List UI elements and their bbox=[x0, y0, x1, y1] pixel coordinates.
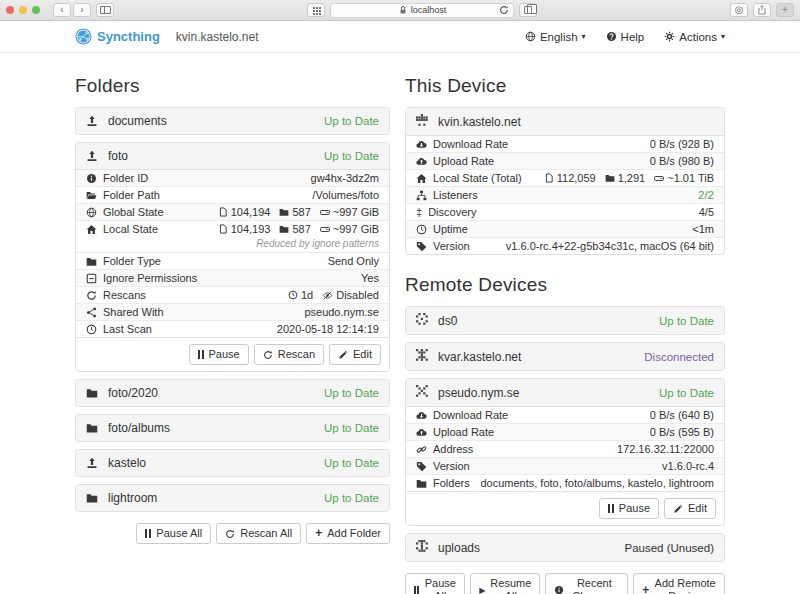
navbar-device-name: kvin.kastelo.net bbox=[176, 30, 259, 44]
share-button[interactable] bbox=[753, 3, 771, 17]
pause-all-folders-button[interactable]: Pause All bbox=[136, 523, 211, 544]
tab-overview-button[interactable] bbox=[519, 3, 537, 17]
status-badge: Up to Date bbox=[324, 492, 379, 504]
detail-row-address: Address 172.16.32.11:22000 bbox=[406, 440, 724, 457]
detail-row-version: Version v1.6.0-rc.4 bbox=[406, 457, 724, 474]
share-box-icon bbox=[757, 5, 767, 15]
sidebar-icon bbox=[100, 6, 111, 14]
globe-icon bbox=[525, 31, 536, 42]
reload-icon[interactable] bbox=[499, 5, 509, 15]
zoom-window-button[interactable] bbox=[32, 6, 40, 14]
edit-device-button[interactable]: Edit bbox=[664, 498, 716, 519]
actions-menu[interactable]: Actions ▾ bbox=[664, 31, 725, 43]
browser-chrome: ‹ › localhost ◎ + bbox=[0, 0, 800, 21]
file-icon bbox=[218, 207, 228, 217]
pause-button[interactable]: Pause bbox=[189, 344, 249, 365]
favorites-grid-button[interactable] bbox=[307, 3, 325, 17]
folder-row-foto-2020[interactable]: foto/2020 Up to Date bbox=[76, 380, 389, 406]
help-label: Help bbox=[621, 31, 645, 43]
device-name: kvar.kastelo.net bbox=[438, 350, 521, 364]
info-icon bbox=[554, 585, 564, 594]
device-row-uploads[interactable]: uploads Paused (Unused) bbox=[406, 534, 724, 561]
refresh-icon bbox=[263, 350, 273, 360]
info-icon bbox=[86, 173, 97, 184]
device-identicon bbox=[416, 349, 428, 364]
folder-row-documents[interactable]: documents Up to Date bbox=[76, 108, 389, 134]
minimize-window-button[interactable] bbox=[19, 6, 27, 14]
eye-slash-icon bbox=[322, 290, 333, 301]
add-remote-device-button[interactable]: +Add Remote Device bbox=[633, 573, 725, 594]
rescan-button[interactable]: Rescan bbox=[254, 344, 324, 365]
recent-changes-button[interactable]: Recent Changes bbox=[545, 573, 628, 594]
syncthing-logo-icon bbox=[75, 28, 92, 45]
home-icon bbox=[86, 224, 97, 235]
pause-all-devices-button[interactable]: Pause All bbox=[405, 573, 465, 594]
folder-row-foto[interactable]: foto Up to Date bbox=[76, 143, 389, 169]
detail-row-global-state: Global State 104,194 587 ~997 GiB bbox=[76, 203, 389, 220]
help-menu[interactable]: Help bbox=[606, 31, 645, 43]
pause-device-button[interactable]: Pause bbox=[599, 498, 659, 519]
back-button[interactable]: ‹ bbox=[53, 3, 71, 17]
hdd-icon bbox=[654, 173, 664, 183]
upload-folder-icon bbox=[86, 150, 98, 162]
chevron-down-icon: ▾ bbox=[721, 32, 725, 41]
new-tab-button[interactable]: + bbox=[776, 3, 794, 17]
folder-row-kastelo[interactable]: kastelo Up to Date bbox=[76, 450, 389, 476]
forward-button[interactable]: › bbox=[73, 3, 91, 17]
discovery-icon: ‡ bbox=[416, 207, 422, 218]
resume-all-button[interactable]: ▶Resume All bbox=[470, 573, 540, 594]
close-window-button[interactable] bbox=[6, 6, 14, 14]
detail-row-ignore-permissions: Ignore Permissions Yes bbox=[76, 269, 389, 286]
status-badge: Up to Date bbox=[324, 387, 379, 399]
detail-row-folder-path: Folder Path /Volumes/foto bbox=[76, 186, 389, 203]
detail-row-folders: Folders documents, foto, foto/albums, ka… bbox=[406, 474, 724, 491]
device-identicon bbox=[416, 114, 428, 129]
rescan-all-button[interactable]: Rescan All bbox=[216, 523, 301, 544]
folder-row-foto-albums[interactable]: foto/albums Up to Date bbox=[76, 415, 389, 441]
device-row-pseudo[interactable]: pseudo.nym.se Up to Date bbox=[406, 379, 724, 406]
pause-icon bbox=[608, 504, 614, 513]
folder-panel-kastelo: kastelo Up to Date bbox=[75, 449, 390, 477]
device-row-ds0[interactable]: ds0 Up to Date bbox=[406, 307, 724, 334]
play-icon: ▶ bbox=[479, 586, 485, 594]
address-bar[interactable]: localhost bbox=[330, 3, 515, 18]
sitemap-icon bbox=[416, 190, 427, 201]
device-name: ds0 bbox=[438, 314, 457, 328]
detail-row-folder-type: Folder Type Send Only bbox=[76, 252, 389, 269]
cloud-download-icon bbox=[416, 410, 427, 421]
folder-panel-foto-albums: foto/albums Up to Date bbox=[75, 414, 390, 442]
status-badge: Disconnected bbox=[644, 351, 714, 363]
brand-name: Syncthing bbox=[97, 29, 160, 44]
device-name: kvin.kastelo.net bbox=[438, 115, 521, 129]
pause-icon bbox=[414, 586, 419, 594]
folder-panel-foto-2020: foto/2020 Up to Date bbox=[75, 379, 390, 407]
cloud-download-icon bbox=[416, 139, 427, 150]
this-device-row[interactable]: kvin.kastelo.net bbox=[406, 108, 724, 135]
hdd-icon bbox=[320, 224, 330, 234]
language-menu[interactable]: English ▾ bbox=[525, 31, 586, 43]
edit-button[interactable]: Edit bbox=[329, 344, 381, 365]
folder-icon bbox=[416, 478, 427, 489]
reader-button[interactable]: ◎ bbox=[730, 3, 748, 17]
add-folder-button[interactable]: +Add Folder bbox=[306, 523, 390, 544]
device-identicon bbox=[416, 540, 428, 555]
tag-icon bbox=[416, 461, 427, 472]
folder-icon bbox=[86, 256, 97, 267]
this-device-panel: kvin.kastelo.net Download Rate 0 B/s (92… bbox=[405, 107, 725, 255]
syncthing-brand[interactable]: Syncthing bbox=[75, 28, 160, 45]
folder-open-icon bbox=[86, 190, 97, 201]
actions-label: Actions bbox=[679, 31, 717, 43]
folder-icon bbox=[86, 387, 98, 399]
file-icon bbox=[544, 173, 554, 183]
detail-row-last-scan: Last Scan 2020-05-18 12:14:19 bbox=[76, 320, 389, 337]
device-panel-uploads: uploads Paused (Unused) bbox=[405, 533, 725, 562]
file-icon bbox=[218, 224, 228, 234]
device-row-kvar[interactable]: kvar.kastelo.net Disconnected bbox=[406, 343, 724, 370]
pencil-icon bbox=[338, 350, 348, 360]
detail-row-listeners: Listeners 2/2 bbox=[406, 186, 724, 203]
folder-row-lightroom[interactable]: lightroom Up to Date bbox=[76, 485, 389, 511]
lock-icon bbox=[398, 5, 408, 15]
status-badge: Up to Date bbox=[659, 387, 714, 399]
sidebar-button[interactable] bbox=[96, 3, 114, 17]
device-panel-ds0: ds0 Up to Date bbox=[405, 306, 725, 335]
